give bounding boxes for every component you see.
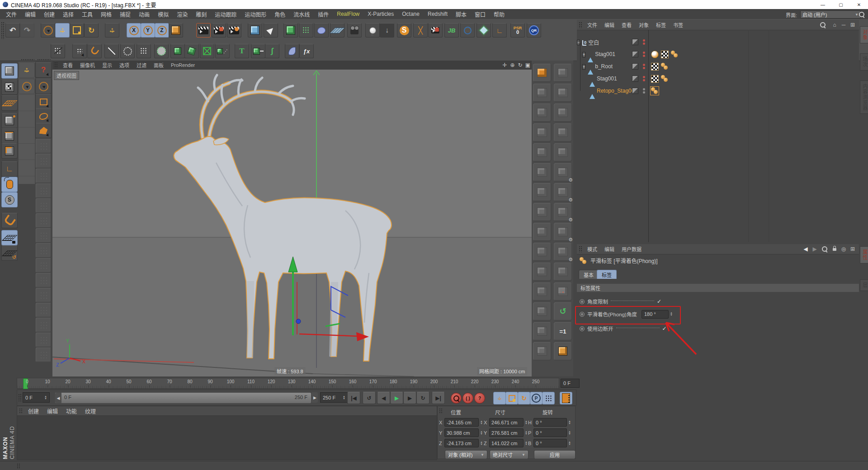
coordinate-input[interactable]: 0 ° [533, 418, 567, 427]
coordinate-input[interactable]: -24.173 cm [444, 439, 479, 447]
redo-button[interactable]: ↷ [20, 23, 34, 38]
perspective-viewport[interactable]: Y X Z [52, 70, 532, 376]
object-row[interactable]: Stag001 [577, 73, 859, 85]
menu-item[interactable]: 功能 [62, 407, 81, 415]
key-parameter-toggle[interactable]: P [530, 392, 542, 404]
menu-item[interactable]: ProRender [167, 62, 198, 68]
render-settings-button[interactable] [227, 23, 241, 38]
menu-item[interactable]: 插件 [314, 10, 333, 18]
history-forward-icon[interactable]: ▶ [810, 246, 819, 252]
live-selection-shortcut[interactable]: ▲ [19, 79, 35, 94]
tab-content-browser-vertical[interactable]: 内容浏览器 [860, 80, 868, 114]
tab-objects-vertical[interactable]: 对象 [860, 26, 868, 43]
autokey-button[interactable]: ( ) [462, 393, 473, 404]
view-label[interactable]: 透视视图 [54, 71, 79, 80]
panel-grip[interactable] [19, 408, 22, 414]
palette-icon[interactable] [533, 262, 552, 281]
workplane-plugin-button[interactable]: ∟ [492, 23, 507, 38]
range-right-handle[interactable]: ▶ [312, 392, 318, 403]
stepper-arrows[interactable] [568, 441, 571, 446]
cube-palette-button[interactable] [553, 342, 572, 361]
workplane-lock-button[interactable] [1, 230, 18, 245]
layer-swatch[interactable] [632, 88, 638, 94]
palette-icon[interactable] [553, 83, 572, 102]
close-button[interactable]: ✕ [850, 0, 868, 9]
menu-item[interactable]: 查看 [59, 61, 76, 69]
next-key-button[interactable]: ↻ [416, 392, 429, 404]
menu-item[interactable]: 编辑 [43, 407, 62, 415]
viewport-solo-button[interactable] [1, 177, 18, 192]
palette-icon[interactable]: ⚙ [553, 222, 572, 241]
palette-icon[interactable] [533, 123, 552, 142]
palette-icon[interactable]: ⚙ [553, 242, 572, 261]
point-mode-button[interactable] [1, 113, 18, 128]
menu-item[interactable]: 对象 [635, 21, 652, 28]
object-name[interactable]: b_Root [595, 63, 613, 70]
palette-icon[interactable] [533, 322, 552, 341]
lasso-selection-button[interactable]: ▲ [35, 108, 52, 124]
live-selection-tool[interactable]: ▲ [41, 23, 55, 38]
rectangle-selection-button[interactable]: ▲ [35, 94, 52, 109]
palette-icon[interactable] [533, 163, 552, 182]
palette-icon[interactable] [533, 83, 552, 102]
move-tool-shortcut[interactable]: ↔↕ [19, 62, 35, 78]
menu-item[interactable]: 编辑 [601, 21, 618, 28]
palette-icon[interactable] [533, 183, 552, 202]
palette-icon[interactable] [533, 342, 552, 361]
stepper-arrows[interactable] [568, 420, 571, 425]
palette-icon[interactable] [533, 202, 552, 221]
search-icon[interactable] [822, 246, 827, 252]
key-scale-toggle[interactable] [505, 392, 518, 404]
stepper-arrows[interactable] [44, 395, 47, 400]
visibility-dots[interactable] [643, 39, 645, 45]
viewport-menu-grip[interactable] [54, 62, 57, 68]
reset-psr-button[interactable]: PSR0 [510, 23, 525, 38]
coordinate-input[interactable]: 0 ° [533, 439, 567, 447]
visibility-dots[interactable] [643, 52, 645, 57]
palette-icon[interactable] [533, 242, 552, 261]
menu-item[interactable]: 窗口 [471, 10, 490, 18]
menu-item[interactable]: RealFlow [333, 11, 363, 17]
circle-points-button[interactable] [120, 44, 135, 58]
animate-dot-icon[interactable] [580, 326, 585, 331]
polygon-selection-button[interactable]: ▲ [35, 123, 52, 138]
keyframe-selection-button[interactable]: ? [474, 393, 485, 404]
orange-tool-button[interactable] [533, 63, 552, 82]
stepper-arrows[interactable] [480, 420, 483, 425]
stepper-arrows[interactable] [525, 431, 528, 435]
range-left-handle[interactable]: ◀ [55, 393, 61, 403]
snap-disabled-button[interactable] [51, 44, 65, 58]
render-plugin-button[interactable] [428, 23, 443, 38]
menu-item[interactable]: X-Particles [363, 11, 398, 17]
menu-item[interactable]: 动画 [135, 10, 154, 18]
camera-button[interactable] [347, 23, 362, 38]
stepper-arrows[interactable] [343, 395, 345, 400]
interface-layout-dropdown[interactable]: 启动 (用户) ▼ [800, 10, 861, 19]
transport-grip[interactable] [18, 394, 21, 402]
light-button[interactable] [365, 23, 380, 38]
search-icon[interactable] [820, 22, 826, 28]
key-position-toggle[interactable]: ↔↕ [493, 392, 506, 404]
toolbar-grip[interactable] [1, 22, 4, 39]
text-object-button[interactable]: T [235, 44, 249, 58]
menu-item[interactable]: 帮助 [490, 10, 509, 18]
object-row[interactable]: +b_Root [577, 61, 859, 72]
visibility-dots[interactable] [643, 64, 645, 69]
floor-object-button[interactable] [330, 23, 344, 38]
wireframe-cube-button[interactable] [200, 44, 214, 58]
menu-item[interactable]: 脚本 [452, 10, 471, 18]
jb-plugin-button[interactable]: JB [444, 23, 459, 38]
menu-item[interactable]: 选项 [116, 61, 133, 69]
menu-item[interactable]: 面板 [150, 61, 167, 69]
menu-item[interactable]: 文件 [2, 10, 21, 18]
object-row[interactable]: −0空白 [577, 36, 859, 48]
display-tag-icon[interactable] [651, 63, 659, 70]
point-magnet-button[interactable] [87, 44, 102, 58]
previous-frame-button[interactable]: ◀ [377, 392, 390, 404]
keyframe-presets-button[interactable] [560, 392, 572, 404]
menu-item[interactable]: 用户数据 [618, 245, 645, 253]
tree-expander[interactable]: + [582, 64, 585, 70]
coordinate-input[interactable]: 246.671 cm [489, 418, 524, 427]
weight-tag-icon[interactable] [651, 51, 659, 58]
spline-pen-button[interactable] [264, 23, 278, 38]
